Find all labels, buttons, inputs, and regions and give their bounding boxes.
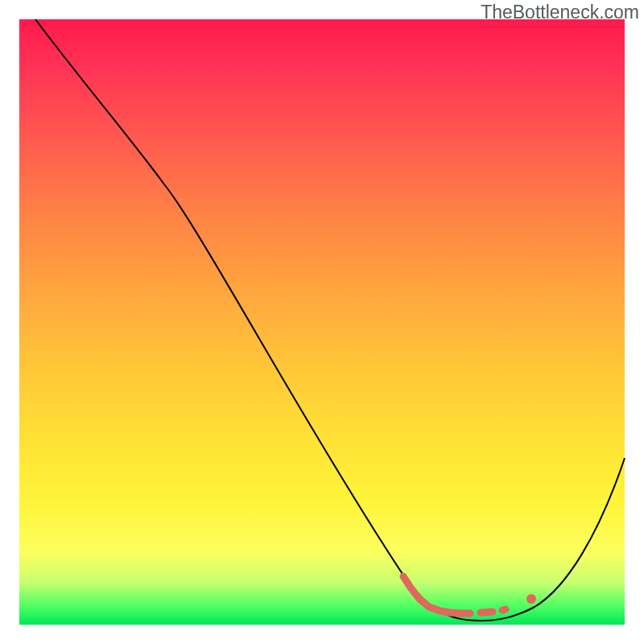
highlight-dot xyxy=(526,594,536,604)
highlight-segment xyxy=(403,576,506,613)
chart-plot-area xyxy=(19,19,625,625)
bottleneck-curve xyxy=(35,19,625,621)
watermark-text: TheBottleneck.com xyxy=(481,2,639,23)
chart-svg xyxy=(19,19,625,625)
